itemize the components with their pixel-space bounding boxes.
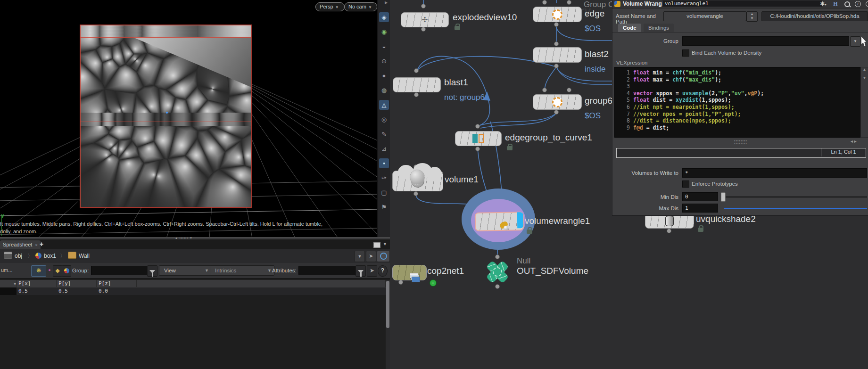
group-ring-icon xyxy=(533,94,582,110)
intrinsics-dropdown[interactable]: Intrinsics▼ xyxy=(210,265,274,276)
group-dropdown-button[interactable]: ▼ xyxy=(850,36,860,47)
flag-icon[interactable]: ⚑ xyxy=(379,202,389,212)
mouse-cursor xyxy=(861,37,868,46)
search-icon[interactable] xyxy=(844,1,850,7)
measure-icon[interactable]: ⊿ xyxy=(379,144,389,154)
scrollbar-handle[interactable] xyxy=(386,281,389,328)
chevron-down-icon: ▼ xyxy=(368,5,372,9)
snap-icon[interactable]: ◬ xyxy=(379,100,389,110)
node-label: volume1 xyxy=(445,174,479,185)
box-display-icon[interactable]: ▢ xyxy=(379,188,389,197)
view-dropdown[interactable]: View▼ xyxy=(159,265,212,276)
geometry-mode-button[interactable] xyxy=(62,265,71,277)
min-dis-slider[interactable] xyxy=(722,197,867,197)
material-sphere-icon[interactable]: ◍ xyxy=(379,85,389,95)
group-filter-input[interactable] xyxy=(91,266,149,275)
attributes-input[interactable] xyxy=(298,266,357,275)
group-param-label: Group xyxy=(612,38,678,44)
network-view-button[interactable]: ❋ xyxy=(31,265,46,277)
primitive-mode-button[interactable]: ◆ xyxy=(53,265,62,277)
enforce-prototypes-checkbox[interactable] xyxy=(682,180,689,188)
pen-icon[interactable]: ✎ xyxy=(379,129,389,139)
filter-funnel-button[interactable] xyxy=(355,265,366,277)
lock-icon xyxy=(527,230,532,234)
scene-viewport[interactable]: Persp▼ No cam▼ ft mouse tumbles. Middle … xyxy=(0,0,377,237)
pane-menu-icon[interactable]: ▶ xyxy=(385,0,388,5)
editor-nav-arrows[interactable]: ◂ ▸ xyxy=(851,139,857,144)
lock-icon xyxy=(698,228,703,232)
maximize-pane-icon[interactable] xyxy=(373,242,380,248)
panel-title: Volume Wrangle xyxy=(623,0,667,7)
asset-name-dropdown[interactable]: volumewrangle xyxy=(663,11,746,21)
spreadsheet-tabbar: Spreadsheet× + ▼ xyxy=(0,239,390,250)
lock-view-icon[interactable]: ◒ xyxy=(379,41,389,51)
enforce-prototypes-label: Enforce Prototypes xyxy=(692,181,738,187)
pin-icon[interactable]: ➤ xyxy=(367,265,377,277)
min-dis-slider-handle[interactable] xyxy=(721,192,726,202)
marker-icon[interactable]: ▪ xyxy=(379,158,389,168)
tab-bindings[interactable]: Bindings xyxy=(644,24,674,32)
volumes-write-input[interactable] xyxy=(682,168,867,178)
bind-volume-checkbox[interactable] xyxy=(682,49,689,57)
geometry-icon xyxy=(35,253,41,259)
column-header[interactable]: P[z] xyxy=(97,280,137,287)
blast-icon xyxy=(393,77,441,92)
breadcrumb: obj 〉 box1 〉 Wall ▼ ➤ xyxy=(0,249,390,263)
max-dis-input[interactable] xyxy=(682,204,718,213)
draw-icon[interactable]: ✑ xyxy=(379,173,389,183)
wrangle-op-icon xyxy=(614,1,620,7)
camera-dropdown[interactable]: No cam▼ xyxy=(344,2,377,11)
points-icon[interactable]: ◎ xyxy=(379,115,389,124)
max-dis-slider[interactable] xyxy=(724,208,867,209)
tab-code[interactable]: Code xyxy=(618,24,641,32)
column-header[interactable]: P[y] xyxy=(57,280,97,287)
node-label: edge xyxy=(585,8,604,19)
pin-icon[interactable]: ➤ xyxy=(366,251,376,262)
node-label: volumewrangle1 xyxy=(525,216,590,226)
editor-resize-handle[interactable]: ▪▪▪▪▪▪▪▪▪▪▪▪▪▪▪▪ xyxy=(731,139,750,144)
tab-menu-icon[interactable]: ▼ xyxy=(383,242,387,246)
persp-dropdown[interactable]: Persp▼ xyxy=(315,2,345,11)
tab-spreadsheet[interactable]: Spreadsheet× xyxy=(0,240,41,249)
shade-sphere-icon[interactable]: ● xyxy=(379,71,389,81)
group-param-input[interactable] xyxy=(682,36,849,46)
vex-code-editor[interactable]: 1float min = chf("min_dis");2float max =… xyxy=(614,67,861,138)
filter-funnel-button[interactable] xyxy=(147,265,157,277)
blast-icon xyxy=(533,47,582,63)
asset-path-field[interactable]: C:/Houdini/houdini/otls/OPlibSop.hda xyxy=(761,11,868,21)
group-label: Group: xyxy=(72,268,89,273)
help-button[interactable]: ? xyxy=(378,265,388,277)
follow-selection-icon[interactable] xyxy=(377,251,390,262)
houdini-help-icon[interactable]: H xyxy=(831,0,840,8)
box-icon xyxy=(68,252,76,259)
point-marker-icon[interactable]: ● xyxy=(46,265,53,276)
asset-spinner[interactable]: ▲▼ xyxy=(746,11,758,22)
visibility-icon[interactable]: ◉ xyxy=(379,27,389,37)
path-dropdown-button[interactable]: ▼ xyxy=(355,251,365,262)
code-line: 2float max = chf("max_dis"); xyxy=(615,76,861,83)
breadcrumb-obj[interactable]: obj xyxy=(4,251,22,261)
breadcrumb-box1[interactable]: box1 xyxy=(35,251,56,261)
code-line: 1float min = chf("min_dis"); xyxy=(615,69,861,76)
node-name-field[interactable]: volumewrangle1 xyxy=(662,0,822,7)
houdini-window: Persp▼ No cam▼ ft mouse tumbles. Middle … xyxy=(0,0,868,369)
node-label: blast2 xyxy=(585,49,609,59)
new-tab-button[interactable]: + xyxy=(40,240,43,248)
close-icon[interactable]: × xyxy=(35,243,37,247)
code-line: 8//dist = distance(npos,sppos); xyxy=(615,117,861,124)
column-header[interactable]: P[x] xyxy=(17,280,57,287)
extra-icon[interactable] xyxy=(866,1,868,7)
chevron-down-icon: ▼ xyxy=(335,5,339,9)
min-dis-input[interactable] xyxy=(682,192,718,201)
attributes-label: Attributes: xyxy=(272,268,297,273)
editor-scrollbar[interactable]: ▲▼ xyxy=(860,67,868,138)
mode-dropdown-truncated[interactable]: um... xyxy=(1,267,12,273)
viewport-layout-icon[interactable]: ◈ xyxy=(379,12,389,22)
headlight-icon[interactable]: ⊙ xyxy=(379,56,389,66)
node-sub-label: $OS xyxy=(585,111,601,121)
display-flag[interactable] xyxy=(517,212,524,228)
breadcrumb-wall[interactable]: Wall xyxy=(68,251,90,261)
table-row[interactable]: 0.50.50.0 xyxy=(0,287,390,295)
info-icon[interactable]: i xyxy=(855,1,861,7)
gear-menu-icon[interactable]: ✱▾ xyxy=(819,0,827,8)
